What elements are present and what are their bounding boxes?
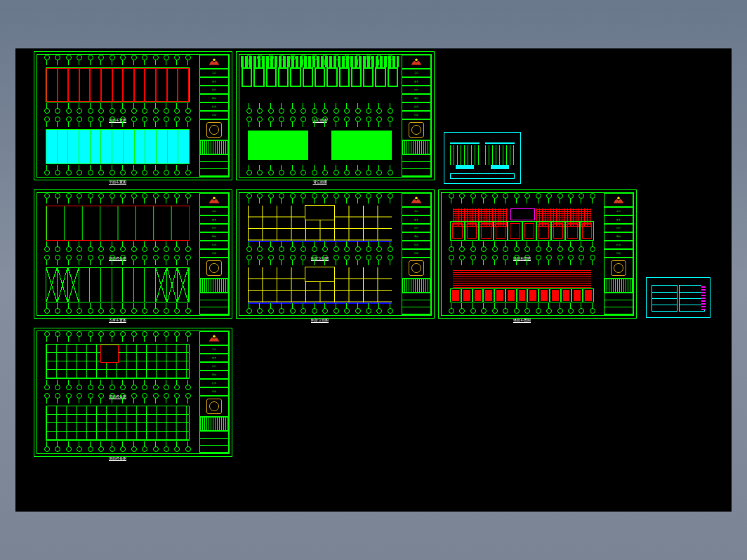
cell [450,288,461,302]
sheet-s6[interactable]: 屋面檩条图 屋面檩条图 工程图名设计审核比例日期 [34,328,232,457]
wall-panels [450,206,594,241]
detail-d2[interactable] [646,277,710,318]
svg-point-5 [213,335,216,338]
grid-bubble [88,246,93,252]
grid-bubble [44,385,50,390]
title-cell: 日期 [402,111,431,119]
grid-bubble [312,55,317,60]
grid-bubble [174,108,180,114]
grid-bubble [279,246,284,252]
grid-bubble [131,331,137,337]
title-cell: 审核 [402,94,431,102]
bay [145,268,156,302]
grid-bubble [153,246,159,252]
grid-bubble [120,331,126,337]
grid-bubble [185,393,191,399]
grid-bubble [44,116,50,122]
view-bot: 刚架立面图 [241,256,399,314]
grid-bubble [492,246,498,252]
bay [79,68,91,102]
grid-bubble [366,193,371,199]
bays [46,130,189,164]
barcode [199,140,229,154]
grid-bubble [388,108,393,114]
bay [178,130,189,164]
detail-d1[interactable] [444,132,521,184]
grid-bubble [268,308,274,314]
grid-bubble [355,55,361,60]
grid-bubble [174,446,180,452]
sheet-s4[interactable]: 刚架立面图 刚架立面图 工程图名设计审核比例日期 [236,189,435,319]
grid-bubble [333,255,339,260]
grid-bubble [88,108,93,114]
grid-bubble [164,308,169,314]
main-door [308,131,331,160]
purlin-grid [46,345,189,378]
svg-point-2 [213,197,216,200]
elev-bays [241,67,399,87]
grid-bubble [376,108,382,114]
title-cell: 日期 [604,249,633,258]
grid-bubble [312,170,317,175]
grid-bubble [185,446,191,452]
x-bracing [46,268,189,302]
grid-bubble [568,308,574,314]
grid-bubble [257,170,263,175]
grid-bubble [524,193,530,199]
title-cell: 工程 [199,345,229,354]
grid-bubble [120,116,126,122]
grid-bubble [66,193,72,199]
grid-bubble [88,193,93,199]
grid-bubble [142,170,147,175]
title-cell: 比例 [402,241,431,249]
grid-bubble [470,308,476,314]
bay [46,268,58,302]
view-top: 屋面檩条图 [39,194,197,252]
grid-bubble [546,193,552,199]
grid-bubble [579,246,584,252]
title-cell: 工程 [199,69,229,77]
grid-bubble [55,385,60,390]
grid-bubble [355,108,361,114]
bay [363,67,374,87]
grid-bubble [77,193,82,199]
grid-bubble [44,55,50,60]
grid-bubble [55,446,60,452]
detail-right [485,142,515,169]
grid-bubble [55,393,60,399]
grid-bubble [77,446,82,452]
grid-bubble [388,55,393,60]
grid-bubble [120,108,126,114]
title-cell: 比例 [199,102,229,111]
sheet-s1[interactable]: 屋面布置图 平面布置图 工程图名设计审核比例日期 [34,51,232,180]
sheet-s2[interactable]: 正立面图 背立面图 工程图名设计审核比例日期 [236,51,435,180]
grid-bubble [246,308,252,314]
opening [100,345,119,363]
cad-canvas[interactable]: 屋面布置图 平面布置图 工程图名设计审核比例日期 [15,48,732,512]
grid-bubble [164,331,169,337]
grid-bubble [300,193,306,199]
grid-bubble [44,331,50,337]
cell [508,221,522,240]
grid-bubble [290,193,296,199]
grid-bubble [142,385,147,390]
title-block: 工程图名设计审核比例日期 [199,331,229,453]
grid-bubble [142,246,147,252]
title-cell: 审核 [199,371,229,379]
title-cell: 日期 [199,387,229,396]
view-label: 支撑布置图 [109,318,126,322]
sheet-s3[interactable]: 屋面檩条图 支撑布置图 工程图名设计审核比例日期 [34,189,232,319]
title-block: 工程图名设计审核比例日期 [199,55,229,177]
drawing-area: 屋面布置图 平面布置图 [39,56,197,175]
wall-doors [450,267,594,302]
grid-bubble [185,385,191,390]
bay [157,130,168,164]
grid-bubble [142,446,147,452]
grid-bubble [470,193,476,199]
view-bot: 背立面图 [241,118,399,175]
grid-bubble [322,170,328,175]
grid-bubble [333,170,339,175]
sheet-s5[interactable]: 墙面布置图 墙面布置图 工程图名设计审核比例日期 [438,189,637,319]
grid-bubble [300,108,306,114]
view-top: 墙面布置图 [443,194,601,252]
